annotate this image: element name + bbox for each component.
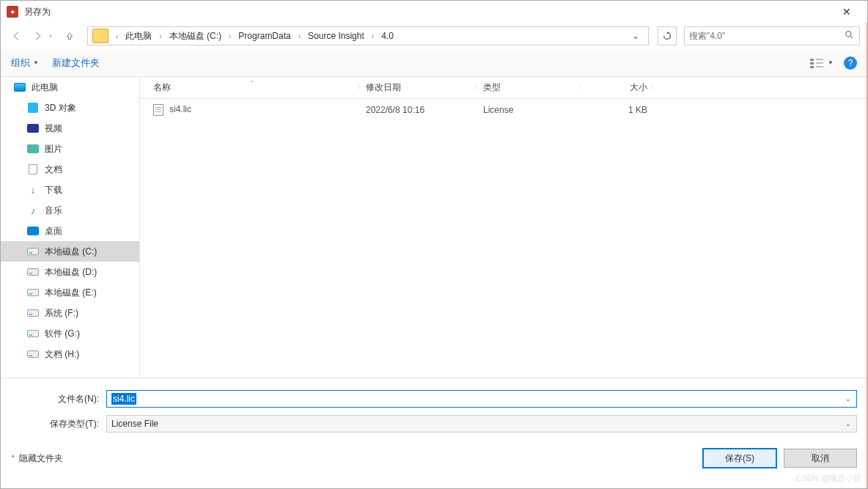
breadcrumb-item[interactable]: Source Insight [305,31,367,41]
main-area: 此电脑3D 对象视频图片文档↓下载♪音乐桌面本地磁盘 (C:)本地磁盘 (D:)… [1,77,867,378]
sidebar-item[interactable]: 系统 (F:) [1,303,139,323]
filetype-label: 保存类型(T): [11,418,106,430]
edge-decoration [866,23,867,488]
app-icon: ✦ [7,6,18,18]
drive-icon [27,267,39,277]
breadcrumb-dropdown-icon[interactable]: ⌄ [628,31,644,41]
filename-label: 文件名(N): [11,393,106,405]
sidebar-item-label: 文档 [45,163,62,176]
refresh-button[interactable] [658,26,677,45]
sidebar-item[interactable]: ↓下载 [1,180,139,200]
sidebar-item[interactable]: 本地磁盘 (E:) [1,282,139,303]
filename-value[interactable]: si4.lic [111,393,136,405]
sidebar-item[interactable]: ♪音乐 [1,200,139,221]
svg-rect-4 [810,66,814,68]
nav-row: ▾ › 此电脑 › 本地磁盘 (C:) › ProgramData › Sour… [1,23,867,49]
svg-line-1 [850,35,853,38]
sidebar-item-label: 桌面 [45,225,62,238]
drive-icon [27,328,39,339]
sidebar-item-label: 系统 (F:) [45,307,78,320]
view-options-button[interactable]: ▼ [810,58,834,68]
breadcrumb-item[interactable]: 4.0 [378,31,397,41]
chevron-right-icon: › [367,32,378,40]
sidebar-item-label: 软件 (G:) [45,328,80,340]
folder-icon [92,29,108,43]
svg-rect-3 [810,62,814,65]
help-button[interactable]: ? [844,56,857,70]
column-date[interactable]: 修改日期 [360,81,477,94]
search-box[interactable] [684,26,860,45]
sidebar-item[interactable]: 文档 [1,159,139,180]
chevron-down-icon: ▼ [828,59,834,66]
file-row[interactable]: si4.lic2022/6/8 10:16License1 KB [140,99,867,121]
chevron-right-icon: › [224,32,235,40]
drive-icon [27,308,39,318]
down-icon: ↓ [27,185,39,195]
forward-button[interactable] [29,27,46,45]
search-icon[interactable] [845,30,855,43]
sidebar-item[interactable]: 文档 (H:) [1,344,139,364]
sidebar-item[interactable]: 桌面 [1,221,139,241]
cancel-button[interactable]: 取消 [784,449,857,468]
video-icon [27,123,39,133]
column-size[interactable]: 大小 [580,81,653,94]
organize-button[interactable]: 组织 ▼ [11,56,39,70]
history-dropdown-icon[interactable]: ▾ [49,33,58,40]
sidebar-item-label: 视频 [45,122,62,135]
save-button[interactable]: 保存(S) [703,449,776,468]
file-name: si4.lic [169,104,191,114]
sidebar-item-label: 本地磁盘 (C:) [45,246,97,258]
sidebar-item[interactable]: 本地磁盘 (C:) [1,241,139,262]
file-pane: 名称 ˄ 修改日期 类型 大小 si4.lic2022/6/8 10:16Lic… [140,77,867,378]
sidebar-item[interactable]: 视频 [1,118,139,139]
chevron-right-icon: › [155,32,166,40]
drive-icon [27,246,39,257]
svg-point-0 [846,31,851,36]
sidebar-item[interactable]: 软件 (G:) [1,323,139,344]
drive-icon [27,287,39,298]
file-date: 2022/6/8 10:16 [360,105,477,115]
column-name[interactable]: 名称 ˄ [140,81,360,94]
title-bar: ✦ 另存为 ✕ [1,1,867,23]
sidebar-item-label: 文档 (H:) [45,348,79,361]
breadcrumb-bar[interactable]: › 此电脑 › 本地磁盘 (C:) › ProgramData › Source… [87,26,649,45]
footer: ˄ 隐藏文件夹 保存(S) 取消 [1,440,867,477]
monitor-icon [14,82,26,92]
sidebar-item-label: 3D 对象 [45,102,76,114]
chevron-right-icon: › [111,32,122,40]
window-title: 另存为 [24,6,51,18]
music-icon: ♪ [27,205,39,216]
bottom-form: 文件名(N): si4.lic ⌄ 保存类型(T): License File … [1,378,867,433]
column-type[interactable]: 类型 [477,81,580,94]
sidebar-item-label: 下载 [45,184,62,196]
filetype-value: License File [111,419,158,429]
search-input[interactable] [689,31,845,41]
list-header: 名称 ˄ 修改日期 类型 大小 [140,77,867,99]
doc-icon [27,164,39,174]
pic-icon [27,144,39,154]
breadcrumb-item[interactable]: 此电脑 [122,30,155,43]
chevron-down-icon: ▼ [33,59,39,66]
new-folder-button[interactable]: 新建文件夹 [52,56,100,70]
svg-rect-2 [810,59,814,61]
sidebar[interactable]: 此电脑3D 对象视频图片文档↓下载♪音乐桌面本地磁盘 (C:)本地磁盘 (D:)… [1,77,140,378]
breadcrumb-item[interactable]: 本地磁盘 (C:) [166,30,224,43]
filename-dropdown-icon[interactable]: ⌄ [842,392,855,405]
hide-folders-toggle[interactable]: ˄ 隐藏文件夹 [11,452,63,465]
chevron-right-icon: › [294,32,305,40]
sidebar-item-label: 本地磁盘 (D:) [45,266,97,279]
sidebar-item[interactable]: 本地磁盘 (D:) [1,262,139,282]
close-button[interactable]: ✕ [832,1,861,22]
back-button[interactable] [8,27,26,45]
filename-field[interactable]: si4.lic ⌄ [106,390,857,408]
filetype-field[interactable]: License File ⌄ [106,415,857,433]
breadcrumb-item[interactable]: ProgramData [235,31,293,41]
sidebar-item[interactable]: 此电脑 [1,77,139,98]
file-icon [153,104,163,116]
sidebar-item[interactable]: 图片 [1,139,139,159]
sidebar-item[interactable]: 3D 对象 [1,98,139,118]
chevron-up-icon: ˄ [11,455,15,463]
up-button[interactable] [61,27,78,45]
filetype-dropdown-icon[interactable]: ⌄ [842,417,855,430]
3d-icon [27,103,39,113]
